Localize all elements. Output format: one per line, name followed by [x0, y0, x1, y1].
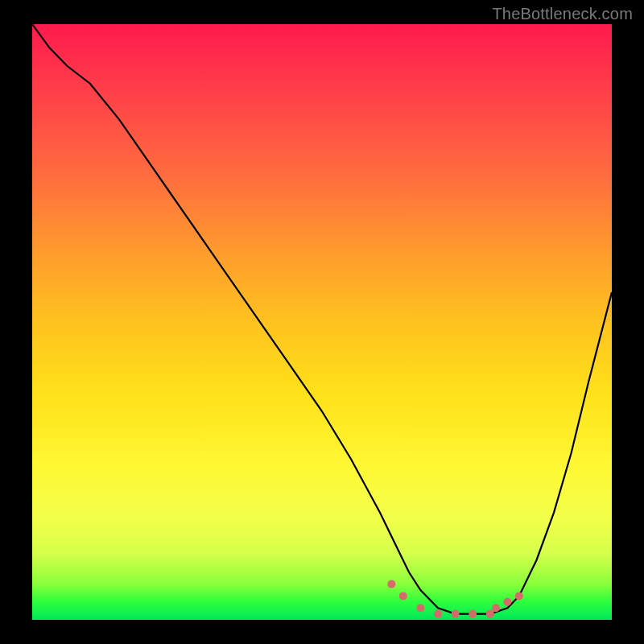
floor-dot — [416, 604, 424, 612]
floor-dot — [469, 610, 477, 618]
chart-frame: TheBottleneck.com — [0, 0, 644, 644]
floor-dot — [399, 592, 407, 600]
plot-area — [32, 24, 612, 620]
floor-dot — [515, 592, 523, 600]
floor-dot — [503, 598, 511, 606]
watermark-text: TheBottleneck.com — [492, 5, 633, 23]
floor-dot — [486, 610, 494, 618]
floor-dot — [452, 610, 460, 618]
chart-svg — [32, 24, 612, 620]
floor-dot — [434, 610, 442, 618]
floor-dots — [387, 580, 522, 618]
floor-dot — [387, 580, 395, 588]
bottleneck-curve — [32, 24, 612, 614]
floor-dot — [492, 604, 500, 612]
